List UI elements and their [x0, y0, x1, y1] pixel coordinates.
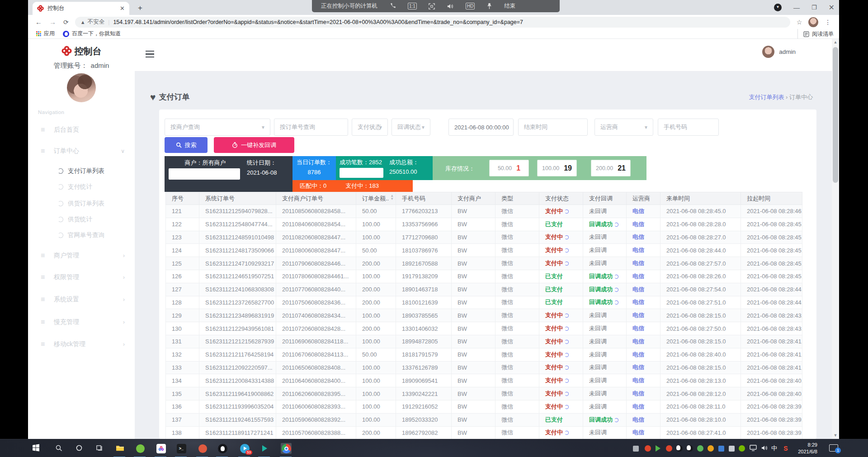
telegram-icon[interactable]: 53	[239, 443, 250, 454]
sidebar-item-1[interactable]: ≡后台首页	[28, 124, 135, 136]
tray-gold-icon[interactable]	[707, 445, 714, 452]
qq-icon[interactable]	[217, 443, 228, 454]
tencent-video-icon[interactable]	[259, 443, 270, 454]
browser-profile-avatar[interactable]	[808, 17, 818, 27]
tab-close-icon[interactable]: ✕	[120, 5, 125, 12]
cortana-icon[interactable]	[74, 443, 85, 454]
bookmark-baidu[interactable]: 百度一下，你就知道	[63, 30, 121, 38]
filter-input-8[interactable]: 手机号码	[658, 119, 719, 136]
header-user[interactable]: admin	[762, 46, 796, 58]
table-row-135: 135S162311211964190088622011062060808283…	[166, 387, 802, 400]
pin-icon[interactable]	[486, 3, 492, 10]
cell-merchant-order-no: 201106206080828395...	[276, 387, 356, 400]
tray-qq1-icon[interactable]	[676, 445, 683, 452]
page-scrollbar[interactable]: ▲ ▼	[832, 39, 839, 439]
minimize-button[interactable]: —	[793, 4, 800, 11]
fullscreen-icon[interactable]	[429, 3, 435, 10]
sidebar-item-5[interactable]: 供货订单列表	[28, 198, 135, 209]
search-button[interactable]: 搜索	[165, 137, 208, 153]
forward-icon[interactable]: →	[49, 18, 56, 26]
scrollbar-thumb[interactable]	[833, 47, 838, 183]
apps-shortcut[interactable]: 应用	[36, 30, 55, 38]
reading-list-button[interactable]: 阅读清单	[797, 29, 834, 39]
filter-input-5[interactable]: 2021-06-08 00:00:00	[448, 119, 514, 136]
cell-merchant: BW	[452, 296, 495, 309]
tray-play-icon[interactable]	[655, 445, 662, 452]
table-row-125: 125S162311212471092932172011079060808284…	[166, 257, 802, 270]
tray-monitor-icon[interactable]	[750, 445, 757, 452]
tray-volume-icon[interactable]	[761, 445, 768, 452]
filter-select-3[interactable]: 支付状态▼	[352, 119, 388, 136]
new-tab-button[interactable]: +	[138, 4, 142, 13]
start-button[interactable]	[30, 443, 41, 454]
tray-360-icon[interactable]	[697, 445, 704, 452]
tray-red2-icon[interactable]	[665, 445, 673, 452]
merchant-input[interactable]	[169, 168, 240, 180]
tray-nvidia-icon[interactable]	[738, 445, 745, 452]
cell-carrier: 电信	[627, 374, 660, 387]
sidebar-item-4[interactable]: 支付统计	[28, 181, 135, 193]
cell-carrier: 电信	[627, 296, 660, 309]
user-avatar[interactable]	[67, 73, 96, 102]
app-logo[interactable]: 控制台	[28, 45, 135, 57]
browser-menu-icon[interactable]: ⋮	[825, 19, 831, 26]
back-icon[interactable]: ←	[35, 18, 42, 26]
filter-select-4[interactable]: 回调状态▼	[392, 119, 430, 136]
filter-select-7[interactable]: 运营商▼	[594, 119, 653, 136]
search-icon[interactable]	[53, 443, 64, 454]
volume-icon[interactable]	[447, 3, 454, 10]
sidebar-toggle-icon[interactable]	[146, 51, 154, 57]
sogou-icon[interactable]: S	[782, 445, 789, 452]
notification-center-icon[interactable]: 1	[829, 444, 838, 452]
end-control-button[interactable]: 结束	[504, 2, 515, 10]
reload-icon[interactable]: ⟳	[63, 19, 69, 26]
app-360-icon[interactable]	[135, 443, 146, 454]
bookmark-star-icon[interactable]: ☆	[797, 19, 802, 26]
col-header-4[interactable]: 订单金额..▲▼	[356, 192, 396, 205]
recording-indicator[interactable]: ▼	[774, 4, 782, 11]
tray-blue-icon[interactable]	[717, 445, 725, 452]
maximize-button[interactable]: ❐	[811, 4, 817, 11]
scale-1-1-button[interactable]: 1:1	[408, 3, 417, 10]
filter-input-6[interactable]: 结束时间	[518, 119, 588, 136]
ime-indicator[interactable]: 中	[771, 444, 777, 452]
sidebar-item-7[interactable]: 官网单号查询	[28, 229, 135, 241]
tray-qq2-icon[interactable]	[686, 445, 693, 452]
sidebar-item-3[interactable]: 支付订单列表	[28, 165, 135, 177]
sidebar-item-12[interactable]: ≡移动ck管理›	[28, 338, 135, 350]
cell-callback: 未回调	[583, 205, 627, 218]
resend-callback-button[interactable]: 一键补发回调	[214, 137, 294, 153]
task-view-icon[interactable]	[94, 443, 105, 454]
chrome-icon[interactable]	[281, 443, 292, 454]
sidebar-item-2[interactable]: ≡订单中心∨	[28, 145, 135, 157]
stat-matching-value: 0	[323, 182, 326, 189]
sidebar-item-8[interactable]: ≡商户管理›	[28, 250, 135, 262]
scroll-down-icon[interactable]: ▼	[832, 432, 839, 439]
cell-pay-status: 已支付	[539, 283, 583, 296]
sidebar-item-label: 权限管理	[54, 273, 79, 281]
url-input[interactable]: ▲ 不安全 | 154.197.48.141/admin/order/listO…	[75, 17, 790, 28]
explorer-icon[interactable]	[114, 443, 125, 454]
browser-tab[interactable]: 控制台 ✕	[33, 2, 129, 15]
sidebar-item-9[interactable]: ≡权限管理›	[28, 271, 135, 283]
taskbar-clock[interactable]: 8:29 2021/6/8	[798, 442, 817, 455]
tray-red-badge-icon[interactable]	[644, 445, 651, 452]
success-input[interactable]	[340, 168, 383, 178]
cell-order-time: 2021-06-08 08:28:15.0	[660, 309, 741, 322]
filter-input-2[interactable]: 按订单号查询	[274, 119, 348, 136]
phone-icon[interactable]	[389, 3, 396, 10]
tray-cam-icon[interactable]	[728, 445, 735, 452]
scroll-up-icon[interactable]: ▲	[832, 39, 839, 46]
terminal-icon[interactable]: >_	[176, 443, 187, 454]
breadcrumb-link[interactable]: 支付订单列表	[749, 94, 784, 100]
hd-button[interactable]: HD	[466, 3, 475, 10]
sidebar-item-11[interactable]: ≡慢充管理›	[28, 316, 135, 328]
todesk-icon[interactable]	[156, 443, 166, 454]
tray-window-icon[interactable]	[632, 445, 639, 452]
sidebar-item-6[interactable]: 供货统计	[28, 214, 135, 225]
chevron-icon: ›	[123, 274, 125, 281]
sidebar-item-10[interactable]: ≡系统设置›	[28, 294, 135, 305]
filter-select-1[interactable]: 按商户查询▼	[165, 119, 270, 136]
close-button[interactable]: ✕	[829, 3, 835, 12]
foxmail-icon[interactable]	[197, 443, 208, 454]
